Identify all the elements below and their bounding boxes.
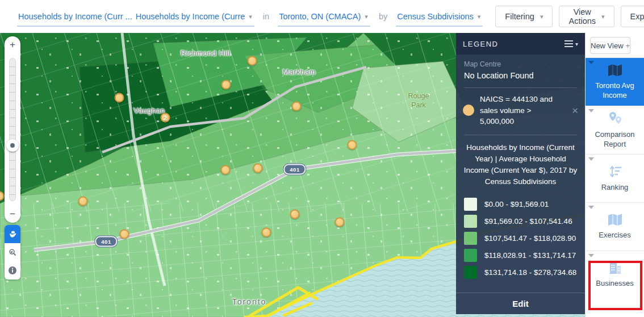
info-tool-button[interactable] [5,261,20,280]
highway-badge-401: 401 [95,236,117,247]
map-centre-value: No Location Found [464,71,577,80]
chevron-down-icon: ▾ [365,13,368,20]
zoom-slider[interactable] [9,58,16,201]
business-marker[interactable] [221,80,231,90]
legend-menu-button[interactable]: ▾ [564,39,578,49]
filter-chip: NAICS = 444130 and sales volume > 5,000,… [456,88,585,131]
views-sidebar: New View + Toronto Avg Income Comparison… [585,33,644,317]
zoom-control: + − [5,36,20,223]
dataset-secondary-label: Households by Income (Curre [136,12,245,21]
hand-icon [9,230,17,239]
class-label: $0.00 - $91,569.01 [484,200,549,208]
map-centre-label: Map Centre [464,60,577,68]
legend-class-row: $131,714.18 - $278,734.68 [456,264,585,281]
tab-label: Toronto Avg Income [586,81,644,100]
class-swatch [464,266,477,279]
plus-icon: + [626,41,630,50]
map-canvas[interactable]: Richmond HillMarkhamVaughanRouge ParkAja… [0,33,585,317]
in-label: in [263,12,269,21]
tab-businesses[interactable]: Businesses [586,251,644,299]
tab-label: Ranking [598,183,632,192]
pan-tool-button[interactable] [5,225,20,243]
class-label: $131,714.18 - $278,734.68 [484,268,576,277]
zoom-in-button[interactable]: + [5,36,20,53]
view-actions-button-label: View Actions [568,7,596,26]
geo-level-label: Census Subdivisions [397,12,474,21]
class-swatch [464,249,477,262]
tab-label: Exercises [595,231,634,240]
ranking-icon [608,164,622,179]
chevron-down-icon: ▾ [601,13,605,20]
hamburger-icon [564,39,573,49]
tab-toronto-avg-income[interactable]: Toronto Avg Income [586,57,644,106]
chevron-down-icon: ▾ [575,41,578,47]
zoom-select-tool-button[interactable] [5,243,20,261]
by-label: by [379,12,387,21]
map-centre-section: Map Centre No Location Found [456,55,585,84]
class-label: $91,569.02 - $107,541.46 [484,217,572,226]
legend-footer: Edit [456,293,585,314]
chevron-down-icon: ▾ [478,13,481,20]
pins-icon [607,111,623,126]
filtering-button-label: Filtering [505,12,534,21]
business-marker[interactable] [290,210,300,219]
tab-exercises[interactable]: Exercises [586,202,644,251]
business-point-icon [463,105,474,116]
tab-label: Comparison Report [586,130,644,149]
legend-classes: $0.00 - $91,569.01 $91,569.02 - $107,541… [456,196,585,281]
dataset-primary-label: Households by Income (Curr ... [18,12,132,21]
export-button-label: Export [630,12,644,21]
legend-title: LEGEND [463,40,498,48]
zoom-slider-handle[interactable] [6,139,19,152]
new-view-label: New View [591,41,624,50]
top-toolbar: Households by Income (Curr ... Household… [0,0,644,33]
info-icon [8,266,17,275]
business-marker[interactable] [348,140,357,150]
filtering-button[interactable]: Filtering ▾ [495,6,553,27]
export-button[interactable]: Export [621,6,644,27]
view-actions-button[interactable]: View Actions ▾ [559,6,614,27]
business-marker[interactable] [292,102,302,111]
class-swatch [464,198,477,211]
business-marker[interactable] [78,197,88,206]
layer-title: Households by Income (Current Year) | Av… [456,135,585,190]
tab-label: Businesses [592,279,637,288]
business-marker[interactable] [335,218,345,227]
geography-dropdown[interactable]: Toronto, ON (CMACA) ▾ [278,10,370,27]
business-marker[interactable] [248,56,257,66]
dataset-dropdown[interactable]: Households by Income (Curr ... Household… [17,10,254,27]
legend-class-row: $91,569.02 - $107,541.46 [456,213,585,230]
class-label: $118,028.91 - $131,714.17 [484,251,576,260]
map-icon [607,64,623,77]
business-marker[interactable] [262,228,271,237]
legend-class-row: $118,028.91 - $131,714.17 [456,247,585,264]
edit-button[interactable]: Edit [512,299,528,308]
class-label: $107,541.47 - $118,028.90 [484,234,576,243]
filter-text: NAICS = 444130 and sales volume > 5,000,… [480,94,565,127]
highway-badge-401: 401 [283,164,306,175]
business-marker[interactable] [115,93,124,103]
zoom-out-button[interactable]: − [5,206,20,223]
chevron-down-icon: ▾ [249,13,252,20]
business-marker[interactable] [120,230,129,239]
tab-comparison-report[interactable]: Comparison Report [586,106,644,154]
legend-panel: LEGEND ▾ Map Centre No Location Found NA… [456,33,585,314]
app-window: Households by Income (Curr ... Household… [0,0,644,317]
new-view-button[interactable]: New View + [590,37,630,54]
map-icon [607,213,623,227]
business-marker[interactable] [221,165,231,175]
class-swatch [464,215,477,228]
tab-ranking[interactable]: Ranking [586,154,644,202]
close-icon[interactable]: × [571,105,579,116]
buildings-icon [608,261,622,275]
business-marker[interactable] [253,164,263,173]
business-cluster-marker[interactable]: 2 [161,113,170,123]
geography-label: Toronto, ON (CMACA) [279,12,361,21]
geo-level-dropdown[interactable]: Census Subdivisions ▾ [396,10,483,27]
magnifier-icon [9,248,17,257]
legend-class-row: $0.00 - $91,569.01 [456,196,585,213]
legend-header: LEGEND ▾ [456,33,585,55]
chevron-down-icon: ▾ [540,13,543,20]
class-swatch [464,232,477,245]
legend-class-row: $107,541.47 - $118,028.90 [456,230,585,247]
